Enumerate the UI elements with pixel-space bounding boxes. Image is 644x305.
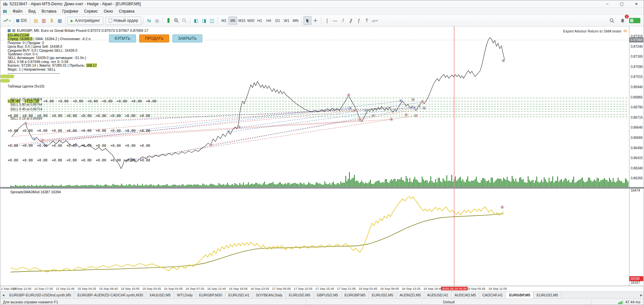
- time-label: 17 Sep 05:05: [272, 287, 291, 290]
- timeframe-button[interactable]: H1: [255, 17, 264, 25]
- menu-item[interactable]: Сервис: [81, 8, 101, 14]
- chart-tab[interactable]: AUDNZD,M5: [397, 292, 424, 298]
- time-label: 18 Sep 08:05: [380, 287, 399, 290]
- notifications-bell-icon[interactable]: 1: [618, 16, 626, 25]
- candles-icon[interactable]: [164, 16, 172, 25]
- timeframe-button[interactable]: M1: [220, 17, 228, 25]
- menu-item[interactable]: Справка: [116, 8, 138, 14]
- chart-tab[interactable]: EURGBP-AUDNZD-CADCHF.synth,M30: [74, 292, 146, 298]
- ea-balance-line: Баланс: 97190.14 | Эквити: 97280.01 | Пр…: [8, 64, 97, 67]
- mail-icon[interactable]: ✉: [623, 29, 627, 33]
- notification-badge: 1: [625, 15, 629, 19]
- search-icon[interactable]: [608, 16, 616, 25]
- signal-bars-icon: [618, 300, 623, 304]
- new-order-button[interactable]: Новый ордер: [105, 17, 142, 25]
- tile-windows-icon[interactable]: ◧: [192, 16, 200, 25]
- trendline-tool-icon[interactable]: /: [339, 16, 347, 25]
- maximize-button[interactable]: ▢: [614, 0, 629, 7]
- time-label: 17 Sep 10:25: [294, 287, 313, 290]
- timeframe-button[interactable]: W1: [282, 17, 291, 25]
- chart-tab[interactable]: EURUSD,M5: [286, 292, 314, 298]
- cycle-symbols-icon[interactable]: ⇆: [145, 16, 153, 25]
- connection-cell[interactable]: 47.44 ms: [591, 299, 644, 305]
- price-scale[interactable]: 0.873150.872400.871650.870900.870150.869…: [629, 27, 644, 286]
- chart-tab[interactable]: EURUSD,M5: [369, 292, 397, 298]
- menu-item[interactable]: Окно: [101, 8, 116, 14]
- buy-button[interactable]: КУПИТЬ: [109, 34, 136, 42]
- cascade-windows-icon[interactable]: ◨: [200, 16, 208, 25]
- connection-status-icon[interactable]: [629, 18, 640, 23]
- chart-tab[interactable]: WTI,Daily: [174, 292, 196, 298]
- price-label: 0.87090: [631, 65, 643, 69]
- sell-button[interactable]: ПРОДАТЬ: [139, 34, 169, 42]
- navigator-icon[interactable]: ▦: [56, 16, 64, 25]
- time-label: 19 Sep 11:05: [488, 287, 507, 290]
- menu-item[interactable]: Вставка: [38, 8, 59, 14]
- time-label: 18 Sep 18:45: [423, 287, 442, 290]
- profile-name[interactable]: Default: [306, 299, 591, 305]
- time-label: 12 Sep 17:25: [34, 287, 53, 290]
- sell-level-label: SELL 0.18 at 0.86684: [10, 117, 42, 120]
- close-button[interactable]: ✕: [629, 0, 644, 7]
- timeframe-button[interactable]: M15: [237, 17, 246, 25]
- main-toolbar: ▾ IDE ▤ ▥ $ ▦ ▶ Алготрейдинг Новый ордер…: [0, 15, 644, 27]
- table-row: +0.00 +0.00 +0.00 +0.00 +0.00 +0.00 +0.0…: [8, 158, 157, 163]
- chart-type-dropdown[interactable]: ▾: [2, 16, 12, 25]
- price-label: 0.86640: [631, 126, 643, 129]
- chart-tab[interactable]: EURGBP-EURUSD-USDInd.synth,M5: [6, 292, 74, 298]
- menu-item[interactable]: Вид: [26, 8, 39, 14]
- time-axis[interactable]: 2 Sep 202512 Sep 12:0512 Sep 17:2512 Sep…: [0, 286, 644, 291]
- chart-tabs-bar: ◀ EURGBP-EURUSD-USDInd.synth,M5EURGBP-AU…: [0, 291, 644, 298]
- chart-tab[interactable]: EURGBP,M5: [342, 292, 369, 298]
- chart-tab[interactable]: AUDUSD,H1: [424, 292, 452, 298]
- objects-list-icon[interactable]: ◎: [153, 16, 161, 25]
- tabs-scroll-right[interactable]: ▶: [638, 292, 644, 298]
- time-label: 15 Sep 09:45: [99, 287, 118, 290]
- text-tool-icon[interactable]: T: [363, 16, 371, 25]
- zoom-out-icon[interactable]: [180, 16, 188, 25]
- chart-tab[interactable]: EURGBP,M30: [196, 292, 225, 298]
- shapes-dropdown-icon[interactable]: ▱▾: [371, 16, 379, 25]
- chart-tab[interactable]: XAUUSD,M5: [146, 292, 174, 298]
- ea-comment-panel: EG-AN-CCHF Спред: 16388.0 | SMA: 16394.2…: [8, 33, 97, 75]
- price-label: 0.86865: [631, 95, 643, 99]
- chart-tab[interactable]: AUDCAD,M5: [452, 292, 480, 298]
- trade-dollar-icon[interactable]: $: [48, 16, 56, 25]
- data-window-icon[interactable]: ▥: [40, 16, 48, 25]
- timeframe-group: M1M5M15M30H1H4D1W1MN: [220, 17, 300, 25]
- panel-splitter[interactable]: [0, 187, 644, 189]
- cursor-tool-icon[interactable]: [303, 16, 311, 25]
- chart-tab[interactable]: SOYBEAN,Daily: [253, 292, 286, 298]
- timeframe-button[interactable]: MN: [291, 17, 300, 25]
- horizontal-line-tool-icon[interactable]: —: [331, 16, 339, 25]
- algo-trading-button[interactable]: ▶ Алготрейдинг: [67, 17, 103, 25]
- minimize-button[interactable]: –: [600, 0, 614, 7]
- close-positions-button[interactable]: ЗАКРЫТЬ: [172, 34, 202, 42]
- time-label: 18 Sep 02:45: [358, 287, 377, 290]
- tabs-scroll-left[interactable]: ◀: [0, 292, 6, 298]
- crosshair-tool-icon[interactable]: [311, 16, 319, 25]
- timeframe-button[interactable]: M30: [246, 17, 255, 25]
- timeframe-button[interactable]: D1: [273, 17, 282, 25]
- timeframe-button[interactable]: M5: [228, 17, 237, 25]
- channel-tool-icon[interactable]: ∥: [347, 16, 355, 25]
- chart-tab[interactable]: EURUSD,M5: [534, 292, 561, 298]
- zoom-in-icon[interactable]: [172, 16, 180, 25]
- chart-tab[interactable]: GBPUSD,M5: [314, 292, 342, 298]
- price-label: 0.87240: [631, 45, 643, 48]
- ide-button[interactable]: IDE: [15, 16, 28, 25]
- status-bar: Для вызова справки нажмите F1 Default 47…: [0, 298, 644, 305]
- menu-item[interactable]: Файл: [10, 8, 26, 14]
- price-label: 0.86490: [631, 146, 643, 150]
- fibonacci-tool-icon[interactable]: ƒ: [355, 16, 363, 25]
- vertical-line-tool-icon[interactable]: |: [323, 16, 331, 25]
- chart-tab[interactable]: EURUSD,H1: [225, 292, 253, 298]
- deals-table-title: Таблица сделок (5x10):: [8, 84, 157, 89]
- timeframe-button[interactable]: H4: [264, 17, 273, 25]
- chart-tab[interactable]: CADCHF,H1: [479, 292, 506, 298]
- menu-bar: ФайлВидВставкаГрафикиСервисОкноСправка: [0, 8, 644, 15]
- chart-tab[interactable]: EURGBP,M5: [506, 292, 534, 298]
- menu-item[interactable]: Графики: [59, 8, 81, 14]
- market-watch-icon[interactable]: ▤: [32, 16, 40, 25]
- arrange-windows-icon[interactable]: ◫: [208, 16, 216, 25]
